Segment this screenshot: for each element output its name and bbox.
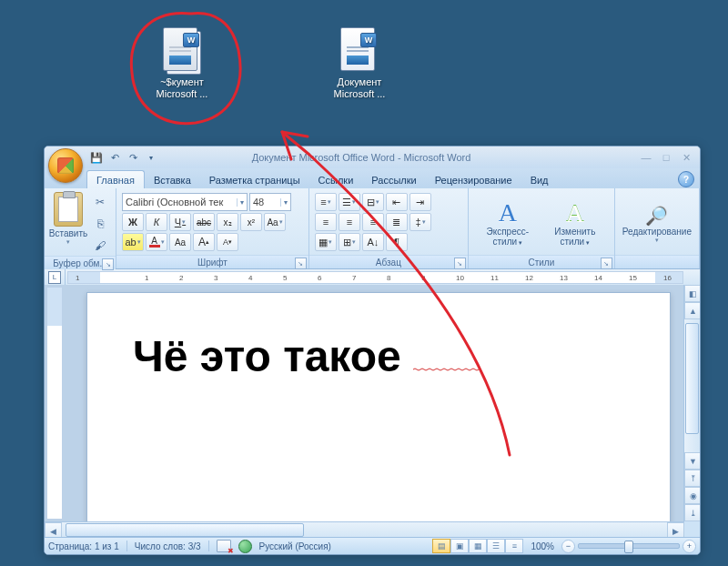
ruler-toggle-icon[interactable]: ◧ [684,285,700,302]
numbering-button[interactable]: ☰ [339,193,360,211]
borders-button[interactable]: ⊞ [339,233,360,251]
document-text[interactable]: Чё это такое [133,332,401,380]
font-name-combo[interactable]: Calibri (Основной тек▾ [122,193,248,211]
change-styles-button[interactable]: A Изменить стили ▾ [545,199,605,247]
view-full-screen[interactable]: ▣ [450,539,469,553]
bold-button[interactable]: Ж [122,213,144,231]
scroll-thumb[interactable] [66,523,304,537]
group-clipboard: Вставить ▾ ✂ ⎘ 🖌 Буфер обм...↘ [45,188,116,268]
dialog-launcher-icon[interactable]: ↘ [454,258,466,269]
grow-font-button[interactable]: A▴ [193,233,215,251]
highlight-button[interactable]: ab [122,233,144,251]
tab-selector[interactable]: L [48,271,61,284]
vertical-scrollbar[interactable]: ◧ ▲ ▼ ⤒ ◉ ⤓ [683,285,700,521]
view-draft[interactable]: ≡ [505,539,523,553]
group-label-paragraph: Абзац↘ [309,255,468,268]
group-paragraph: ≡ ☰ ⊟ ⇤ ⇥ ≡ ≡ ≡ ≣ ‡ ▦ ⊞ A↓ ¶ [309,188,469,268]
bullets-button[interactable]: ≡ [315,193,337,211]
titlebar[interactable]: 💾 ↶ ↷ ▾ Документ Microsoft Office Word -… [45,147,700,168]
group-label-styles: Стили↘ [469,255,614,268]
copy-icon[interactable]: ⎘ [90,214,110,234]
scroll-down-icon[interactable]: ▼ [684,452,700,470]
increase-indent-button[interactable]: ⇥ [410,193,431,211]
changecase-button[interactable]: Aa [264,213,286,231]
tab-review[interactable]: Рецензирование [426,171,521,188]
show-marks-button[interactable]: ¶ [386,233,408,251]
desktop-icon-temp-doc[interactable]: W ~$кумент Microsoft ... [146,27,218,100]
dialog-launcher-icon[interactable]: ↘ [102,258,114,270]
prev-page-icon[interactable]: ⤒ [684,470,700,487]
clipboard-icon [54,192,83,227]
language-icon[interactable] [238,540,252,553]
next-page-icon[interactable]: ⤓ [684,504,700,521]
tab-view[interactable]: Вид [521,171,558,188]
subscript-button[interactable]: x₂ [217,213,238,231]
status-bar: Страница: 1 из 1 Число слов: 3/3 Русский… [45,537,700,554]
quick-styles-icon: A [478,199,538,227]
shrink-font-button[interactable]: A▾ [217,233,238,251]
multilevel-button[interactable]: ⊟ [362,193,384,211]
horizontal-scrollbar[interactable]: ◀ ▶ [45,521,684,538]
group-label-editing [615,255,699,268]
status-language[interactable]: Русский (Россия) [259,541,331,551]
view-print-layout[interactable]: ▤ [432,539,450,553]
zoom-in-icon[interactable]: + [682,540,696,553]
page[interactable]: Чё это такое [86,292,671,521]
shading-button[interactable]: ▦ [315,233,337,251]
align-center-button[interactable]: ≡ [339,213,360,231]
font-color-button[interactable]: A [146,233,167,251]
group-label-font: Шрифт↘ [116,255,308,268]
zoom-thumb[interactable] [624,541,633,553]
help-icon[interactable]: ? [678,171,694,187]
italic-button[interactable]: К [146,213,167,231]
scroll-thumb[interactable] [685,323,699,434]
sort-button[interactable]: A↓ [362,233,384,251]
line-spacing-button[interactable]: ‡ [410,213,431,231]
status-page[interactable]: Страница: 1 из 1 [48,541,119,551]
view-web-layout[interactable]: ▦ [469,539,487,553]
tab-references[interactable]: Ссылки [309,171,363,188]
document-area: Чё это такое ◧ ▲ ▼ ⤒ ◉ ⤓ [45,285,700,521]
zoom-out-icon[interactable]: − [561,540,575,553]
dialog-launcher-icon[interactable]: ↘ [601,258,612,269]
underline-button[interactable]: Ч [169,213,191,231]
proofing-icon[interactable] [217,540,231,552]
ribbon: Вставить ▾ ✂ ⎘ 🖌 Буфер обм...↘ Calibri (… [45,188,700,269]
quick-styles-button[interactable]: A Экспресс-стили ▾ [478,199,538,247]
dialog-launcher-icon[interactable]: ↘ [295,258,307,269]
group-label-clipboard: Буфер обм...↘ [45,256,116,269]
decrease-indent-button[interactable]: ⇤ [386,193,408,211]
zoom-level[interactable]: 100% [531,541,554,551]
editing-button[interactable]: 🔎 Редактирование ▾ [619,201,695,244]
word-file-icon: W [340,27,379,73]
office-button[interactable] [48,148,83,183]
align-left-button[interactable]: ≡ [315,213,337,231]
font-size-combo[interactable]: 48▾ [249,193,291,211]
desktop-icon-label: ~$кумент Microsoft ... [146,76,218,100]
strike-button[interactable]: abc [193,213,215,231]
clear-format-button[interactable]: Aa [169,233,191,251]
group-editing: 🔎 Редактирование ▾ [615,188,700,268]
scroll-up-icon[interactable]: ▲ [684,302,700,319]
status-words[interactable]: Число слов: 3/3 [135,541,201,551]
justify-button[interactable]: ≣ [386,213,408,231]
tab-home[interactable]: Главная [86,170,145,188]
vertical-ruler[interactable] [46,287,63,520]
minimize-button[interactable]: — [636,151,656,164]
tab-layout[interactable]: Разметка страницы [200,171,309,188]
format-painter-icon[interactable]: 🖌 [90,236,110,256]
maximize-button[interactable]: □ [656,151,676,164]
view-outline[interactable]: ☰ [487,539,505,553]
tab-insert[interactable]: Вставка [145,171,200,188]
spelling-squiggle [413,368,479,371]
tab-mailings[interactable]: Рассылки [362,171,425,188]
browse-object-icon[interactable]: ◉ [684,487,700,504]
superscript-button[interactable]: x² [240,213,262,231]
zoom-slider[interactable]: − + [561,540,696,553]
close-button[interactable]: ✕ [676,151,696,164]
desktop-icon-doc[interactable]: W Документ Microsoft ... [323,27,396,100]
paste-button[interactable]: Вставить ▾ [48,190,88,256]
align-right-button[interactable]: ≡ [362,213,384,231]
cut-icon[interactable]: ✂ [90,192,110,212]
desktop-icon-label: Документ Microsoft ... [323,76,396,100]
